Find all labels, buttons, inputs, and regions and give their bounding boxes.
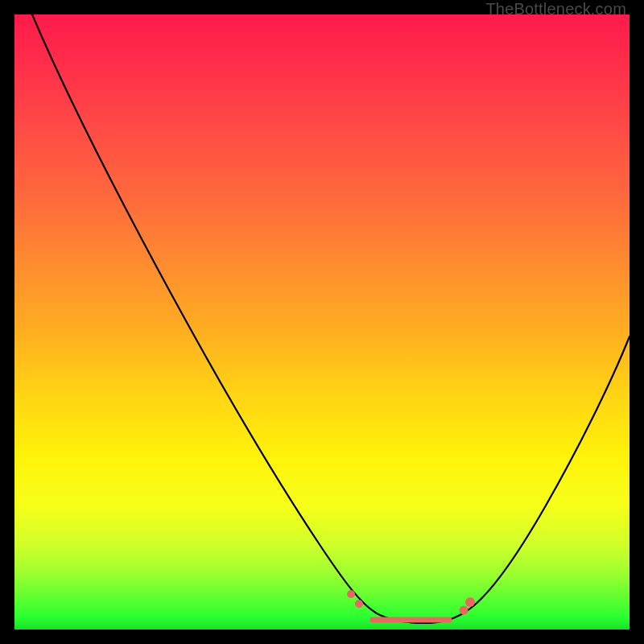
marker-dot-left-1 bbox=[347, 590, 355, 598]
marker-dot-right-1 bbox=[460, 606, 469, 615]
marker-dot-right-2 bbox=[465, 597, 475, 607]
marker-dot-left-2 bbox=[355, 600, 363, 608]
bottleneck-curve bbox=[32, 14, 630, 623]
curve-svg bbox=[14, 14, 630, 630]
chart-frame: TheBottleneck.com bbox=[0, 0, 644, 644]
plot-area bbox=[14, 14, 630, 630]
